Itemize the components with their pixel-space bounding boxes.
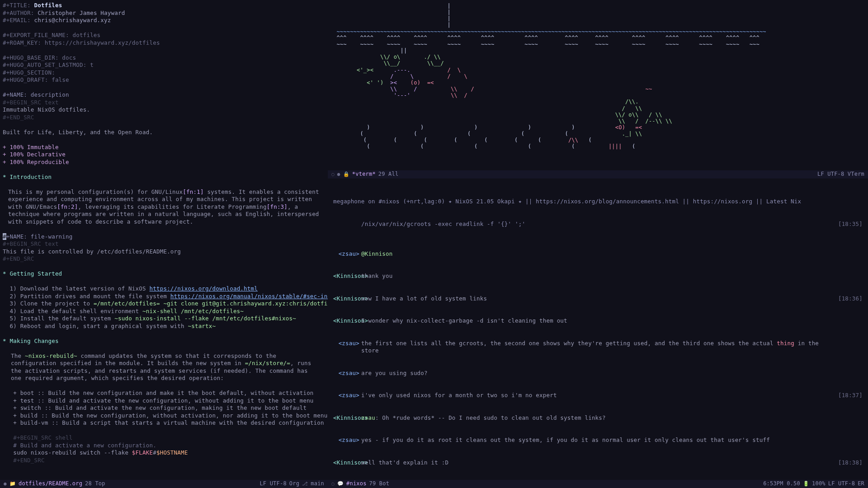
- meta-author-val: Christopher James Hayward: [38, 9, 125, 16]
- modeline-enc: LF UTF-8: [259, 480, 286, 488]
- branch-icon: ⎇: [302, 481, 308, 488]
- meta-author-key: #+AUTHOR:: [3, 9, 34, 16]
- erc-buffer-name[interactable]: #nixos: [346, 480, 367, 488]
- save-icon: ●: [337, 171, 340, 178]
- link-download[interactable]: https://nixos.org/download.html: [149, 285, 258, 292]
- vterm-location: 29 All: [378, 171, 399, 178]
- erc-location: 79 Bot: [369, 480, 390, 488]
- modeline-location: 28 Top: [85, 480, 105, 488]
- link-partition[interactable]: https://nixos.org/manual/nixos/stable/#s…: [170, 293, 328, 300]
- vterm-output: | | | | ~~~~~~~~~~~~~~~~~~~~~~~~~~~~~~~~…: [330, 2, 865, 151]
- tagline: Built for Life, Liberty, and the Open Ro…: [3, 129, 325, 136]
- vterm-right: LF UTF-8 VTerm: [817, 171, 864, 178]
- circle-icon: ◌: [331, 171, 335, 178]
- fn-3[interactable]: [fn:3]: [267, 203, 288, 210]
- warn-body: This file is controlled by /etc/dotfiles…: [3, 248, 181, 255]
- save-icon: ●: [4, 481, 7, 488]
- meta-export: #+EXPORT_FILE_NAME: dotfiles: [3, 32, 100, 38]
- modeline-mode: Org: [289, 480, 299, 488]
- battery-icon: 🔋: [803, 481, 809, 488]
- heading-getting-started[interactable]: Getting Started: [9, 270, 62, 277]
- erc-enc: LF UTF-8: [828, 480, 855, 488]
- modeline-left: ● 📁 dotfiles/README.org 28 Top LF UTF-8 …: [0, 480, 328, 488]
- hugo-lastmod: #+HUGO_AUTO_SET_LASTMOD: t: [3, 61, 94, 68]
- modeline-vterm: ◌ ● 🔒 *vterm* 29 All LF UTF-8 VTerm: [328, 170, 868, 178]
- org-editor-pane[interactable]: #+TITLE: Dotfiles #+AUTHOR: Christopher …: [0, 0, 328, 488]
- hugo-section: #+HUGO_SECTION:: [3, 69, 55, 76]
- op-switch: + switch :: Build and activate the new c…: [13, 404, 307, 411]
- hugo-draft: #+HUGO_DRAFT: false: [3, 76, 69, 83]
- making-changes-para: The ~nixos-rebuild~ command updates the …: [3, 352, 325, 382]
- modeline-erc: ◌ 💬 #nixos 79 Bot 6:53PM 0.50 🔋 100% LF …: [328, 480, 868, 488]
- org-buffer[interactable]: #+TITLE: Dotfiles #+AUTHOR: Christopher …: [3, 2, 325, 475]
- op-build-vm: + build-vm :: Build a script that starts…: [13, 419, 324, 426]
- cursor: #: [3, 233, 6, 240]
- intro-paragraph: This is my personal configuration(s) for…: [3, 188, 325, 226]
- chat-icon: 💬: [337, 481, 344, 488]
- name-warn: +NAME: file-warning: [6, 233, 73, 240]
- end-warn: #+END_SRC: [3, 255, 34, 262]
- begin-src-text: #+BEGIN_SRC text: [3, 99, 59, 106]
- end-src: #+END_SRC: [3, 114, 34, 121]
- var-flake: $FLAKE: [132, 449, 153, 456]
- var-hostname: $HOSTNAME: [156, 449, 188, 456]
- bullet-reproducible: + 100% Reproducible: [3, 159, 69, 165]
- erc-topic: megaphone on #nixos (+nrt,lag:0) ✦ NixOS…: [333, 198, 863, 206]
- end-shell: #+END_SRC: [13, 457, 45, 464]
- begin-warn: #+BEGIN_SRC text: [3, 240, 59, 247]
- bullet-declarative: + 100% Declarative: [3, 151, 66, 158]
- name-desc: #+NAME: description: [3, 91, 69, 98]
- modeline-branch: main: [311, 480, 324, 488]
- meta-email-val: chris@chrishayward.xyz: [34, 17, 111, 23]
- clock: 6:53PM 0.50: [763, 480, 800, 488]
- erc-pane[interactable]: megaphone on #nixos (+nrt,lag:0) ✦ NixOS…: [328, 178, 868, 488]
- begin-shell: #+BEGIN_SRC shell: [13, 434, 72, 441]
- meta-email-key: #+EMAIL:: [3, 17, 31, 23]
- meta-title-val: Dotfiles: [34, 2, 62, 9]
- op-test: + test :: Build and activate the new con…: [13, 397, 313, 404]
- erc-mode: ER: [858, 480, 864, 488]
- heading-making-changes[interactable]: Making Changes: [9, 338, 58, 344]
- hugo-base: #+HUGO_BASE_DIR: docs: [3, 54, 76, 61]
- src-desc: Immutable NixOS dotfiles.: [3, 106, 90, 113]
- erc-buffer[interactable]: megaphone on #nixos (+nrt,lag:0) ✦ NixOS…: [330, 180, 865, 488]
- modeline-buffer[interactable]: dotfiles/README.org: [19, 480, 82, 488]
- op-boot: + boot :: Build the new configuration an…: [13, 389, 313, 396]
- heading-star: *: [3, 174, 9, 180]
- fn-2[interactable]: [fn:2]: [57, 203, 78, 210]
- fn-1[interactable]: [fn:1]: [183, 188, 203, 195]
- meta-roam: #+ROAM_KEY: https://chrishayward.xyz/dot…: [3, 39, 160, 46]
- vterm-pane[interactable]: | | | | ~~~~~~~~~~~~~~~~~~~~~~~~~~~~~~~~…: [328, 0, 868, 178]
- folder-icon: 📁: [9, 481, 16, 488]
- lock-icon: 🔒: [343, 171, 349, 178]
- meta-title-key: #+TITLE:: [3, 2, 31, 9]
- circle-icon: ◌: [331, 481, 335, 488]
- bullet-immutable: + 100% Immutable: [3, 144, 59, 150]
- heading-intro[interactable]: Introduction: [9, 174, 52, 180]
- vterm-buffer-name[interactable]: *vterm*: [352, 171, 376, 178]
- battery: 100%: [812, 480, 826, 488]
- shell-comment: # Build and activate a new configuration…: [13, 442, 156, 449]
- op-build: + build :: Build the new configuration, …: [13, 412, 327, 419]
